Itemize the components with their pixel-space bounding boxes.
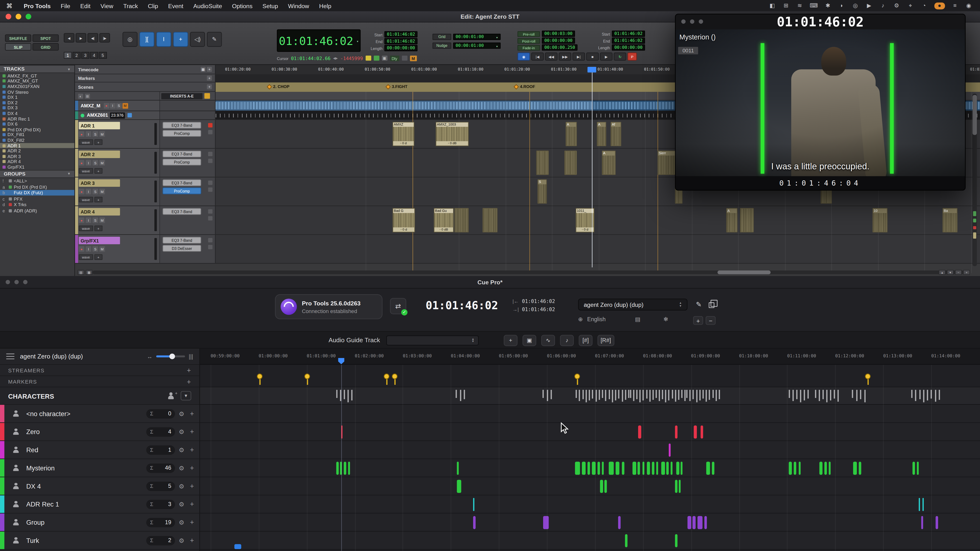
menu-item-audiosuite[interactable]: AudioSuite <box>188 0 227 11</box>
cue-clip[interactable] <box>669 444 671 457</box>
stepper-icon[interactable]: ▲▼ <box>472 338 474 343</box>
character-settings-button[interactable]: ⚙ <box>179 464 184 472</box>
zoom-preset-2[interactable]: 2 <box>73 52 81 59</box>
cuepro-marker-strip[interactable] <box>200 365 980 387</box>
character-settings-button[interactable]: ⚙ <box>179 410 184 417</box>
ruler-add-icon[interactable]: + <box>207 76 212 81</box>
sidebar-track-adr-3[interactable]: ADR 3 <box>0 154 75 159</box>
cue-clip[interactable] <box>675 480 677 493</box>
audio-clip[interactable] <box>565 151 577 175</box>
cue-clip[interactable] <box>697 516 702 529</box>
sidebar-track-dx-3[interactable]: DX 3 <box>0 105 75 111</box>
character-add-cue-button[interactable]: + <box>190 428 194 435</box>
online-button[interactable]: ◉ <box>517 52 530 60</box>
audio-clip[interactable]: Bad G0 d <box>392 208 415 232</box>
track-automation-selector[interactable]: + <box>94 225 103 231</box>
cursor-nudge-arrows[interactable]: ◀▶ <box>333 56 338 60</box>
track-name-plate[interactable]: ADR 1 <box>79 122 120 129</box>
cue-clip[interactable] <box>473 516 476 529</box>
zoom-up-button[interactable]: ▴ <box>939 270 946 275</box>
sidebar-track-adr-2[interactable]: ADR 2 <box>0 148 75 154</box>
track-button-s[interactable]: S <box>92 131 98 137</box>
clock-icon[interactable]: ◔ <box>920 2 928 9</box>
sidebar-track-dx-1[interactable]: DX 1 <box>0 94 75 100</box>
mic-button[interactable]: ♪ <box>560 335 574 346</box>
cue-clip[interactable] <box>692 516 695 529</box>
cue-clip[interactable] <box>622 462 624 475</box>
return-to-zero-button[interactable]: |◀ <box>531 52 544 60</box>
insert-indicator[interactable] <box>208 187 212 192</box>
scene-marker[interactable]: 4.ROOF <box>514 84 535 89</box>
zoomer-tool[interactable]: ◎ <box>123 32 138 47</box>
track-button-record[interactable]: ● <box>79 160 84 166</box>
groups-list-header[interactable]: GROUPS▼ <box>0 170 75 178</box>
track-button-i[interactable]: I <box>86 189 91 194</box>
camera-icon[interactable]: ◎ <box>851 2 859 9</box>
siri-icon[interactable]: ◉ <box>965 2 972 9</box>
play-circle-icon[interactable]: ▶ <box>865 2 873 9</box>
menu-item-file[interactable]: File <box>56 0 75 11</box>
menu-item-track[interactable]: Track <box>118 0 143 11</box>
insert-indicator[interactable] <box>208 130 212 134</box>
waveform-button[interactable]: ∿ <box>541 335 555 346</box>
cue-clip[interactable] <box>799 462 800 475</box>
track-button-i[interactable]: I <box>86 131 91 137</box>
chevron-down-icon[interactable]: ▼ <box>67 67 71 71</box>
insert-eq3-7-band[interactable]: EQ3 7-Band <box>162 237 201 244</box>
cue-clip[interactable] <box>605 480 607 493</box>
cue-clip[interactable] <box>675 426 677 438</box>
cue-clip[interactable] <box>829 462 831 475</box>
character-settings-button[interactable]: ⚙ <box>179 519 184 526</box>
add-cue-button[interactable]: + <box>504 335 517 346</box>
sidebar-group-pfx[interactable]: cPFX <box>0 196 75 202</box>
cue-clip[interactable] <box>700 426 703 438</box>
sidebar-track-dx-fill1[interactable]: DX_Fill1 <box>0 132 75 138</box>
audio-clip[interactable]: A <box>566 122 577 146</box>
zoom-preset-1[interactable]: 1 <box>64 52 72 59</box>
recue-number-button[interactable]: [R#] <box>597 335 614 346</box>
track-button-s[interactable]: S <box>116 103 122 109</box>
h-zoom-icon[interactable]: ↔ <box>147 353 153 359</box>
sidebar-group-prd-dx-prd-dx[interactable]: aPrd DX (Prd DX) <box>0 184 75 190</box>
cue-clip[interactable] <box>917 462 919 475</box>
edit-insertion-chip[interactable] <box>374 56 379 60</box>
edit-playhead-handle[interactable] <box>587 67 596 73</box>
zoom-button[interactable] <box>698 19 703 24</box>
character-add-cue-button[interactable]: + <box>190 410 194 417</box>
character-add-cue-button[interactable]: + <box>190 483 194 490</box>
tracks-list-header[interactable]: TRACKS▼ <box>0 65 75 73</box>
track-header-adr-1[interactable]: ADR 1●ISMwave+ <box>75 120 159 148</box>
cue-clip[interactable] <box>592 462 596 475</box>
edit-session-button[interactable]: ✎ <box>693 299 705 310</box>
cuepro-playhead[interactable] <box>341 365 342 551</box>
grabber-tool[interactable]: + <box>173 32 188 47</box>
cue-clip[interactable] <box>794 462 796 475</box>
character-row-group[interactable]: GroupΣ19⚙+ <box>0 513 199 532</box>
audio-guide-select[interactable]: ▲▼ <box>386 335 479 346</box>
markers-ruler-header[interactable]: Markers + <box>75 75 216 83</box>
zoom-preset-3[interactable]: 3 <box>81 52 89 59</box>
horizontal-scrollbar[interactable] <box>92 270 964 274</box>
audio-clip[interactable]: AMXZ0 d <box>392 122 414 146</box>
timeline-insertion-chip[interactable] <box>365 56 371 60</box>
zoom-slider-knob[interactable] <box>169 354 175 359</box>
track-header-adr-3[interactable]: ADR 3●ISMwave+ <box>75 178 159 206</box>
counter-caret-icon[interactable]: ▾ <box>356 38 359 43</box>
audio-clip[interactable] <box>536 151 549 175</box>
track-lane-grp-fx1[interactable] <box>216 235 980 263</box>
cue-clip[interactable] <box>543 516 549 529</box>
track-automation-selector[interactable]: + <box>94 140 103 145</box>
sidebar-track-amxz-mx-gt[interactable]: AMXZ_MX_GT <box>0 78 75 84</box>
track-button-s[interactable]: S <box>92 160 98 166</box>
character-settings-button[interactable]: ⚙ <box>179 446 184 453</box>
scene-marker[interactable]: 3.FIGHT <box>386 84 407 89</box>
audio-clip[interactable]: S <box>538 179 547 204</box>
track-name-plate[interactable]: ADR 4 <box>79 208 120 216</box>
session-select[interactable]: agent Zero (dup) (dup) ▲▼ <box>578 299 687 311</box>
streamers-row[interactable]: STREAMERS + <box>0 365 199 376</box>
menu-item-options[interactable]: Options <box>227 0 258 11</box>
half-circle-icon[interactable]: ◗ <box>838 2 845 9</box>
audio-clip[interactable]: Ba <box>942 208 958 232</box>
control-center-icon[interactable]: ≡ <box>951 2 959 9</box>
track-button-m[interactable]: M <box>99 189 105 194</box>
